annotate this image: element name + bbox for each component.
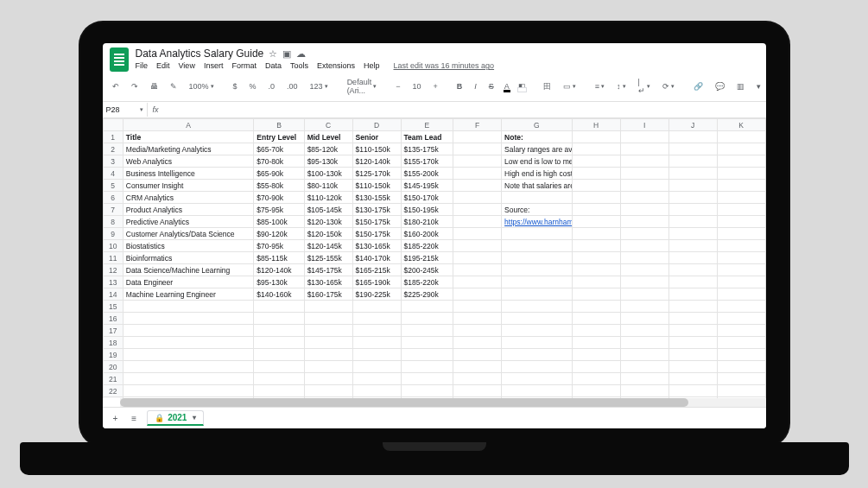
cell[interactable] (717, 216, 765, 228)
cell[interactable]: Media/Marketing Analytics (123, 143, 254, 155)
menu-edit[interactable]: Edit (156, 61, 170, 70)
cell[interactable] (620, 192, 668, 204)
cell[interactable] (668, 373, 717, 385)
cell[interactable] (123, 385, 254, 397)
cell[interactable] (502, 385, 573, 397)
row-header[interactable]: 5 (103, 180, 123, 192)
cell[interactable] (502, 313, 573, 325)
cell[interactable]: Salary ranges are averages (502, 143, 573, 155)
cell[interactable]: $110-150k (352, 143, 401, 155)
column-header[interactable]: D (352, 119, 401, 131)
cell[interactable]: Customer Analytics/Data Science (123, 228, 254, 240)
dec-decrease-button[interactable]: .0 (266, 80, 278, 92)
row-header[interactable]: 4 (103, 168, 123, 180)
cell[interactable] (668, 155, 717, 168)
text-color-button[interactable]: A (504, 82, 510, 91)
merge-button[interactable]: ▭ (561, 80, 579, 92)
cell[interactable] (502, 240, 573, 252)
cell[interactable] (572, 288, 620, 301)
cell[interactable] (304, 373, 352, 385)
menu-data[interactable]: Data (265, 61, 282, 70)
cell[interactable] (717, 143, 765, 155)
cell[interactable] (717, 301, 765, 313)
cell[interactable]: $85-100k (254, 216, 304, 228)
cell[interactable] (620, 361, 668, 373)
cell[interactable] (620, 276, 668, 288)
cell[interactable]: $120-130k (304, 216, 352, 228)
cell[interactable] (304, 385, 352, 397)
cell[interactable]: Business Intelligence (123, 168, 254, 180)
cell[interactable] (401, 349, 453, 361)
cell[interactable]: $105-145k (304, 204, 352, 216)
cell[interactable] (401, 373, 453, 385)
cell[interactable] (352, 385, 401, 397)
cell[interactable] (717, 313, 765, 325)
cell[interactable] (453, 276, 502, 288)
cell[interactable] (620, 204, 668, 216)
name-box[interactable]: P28 ▾ (103, 103, 148, 117)
cell[interactable] (717, 204, 765, 216)
row-header[interactable]: 17 (103, 325, 123, 337)
cell[interactable] (453, 192, 502, 204)
cell[interactable] (668, 288, 717, 301)
cell[interactable]: $70-80k (254, 155, 304, 168)
cell[interactable] (572, 264, 620, 276)
strike-button[interactable]: S (486, 80, 497, 92)
cell[interactable]: $165-190k (352, 276, 401, 288)
cell[interactable] (717, 361, 765, 373)
cell[interactable] (717, 385, 765, 397)
column-header[interactable]: G (502, 119, 573, 131)
cell[interactable]: Mid Level (304, 131, 352, 143)
cell[interactable] (453, 180, 502, 192)
cell[interactable]: $85-120k (304, 143, 352, 155)
cell[interactable] (668, 216, 717, 228)
horizontal-scrollbar[interactable] (120, 398, 766, 407)
cell[interactable]: $165-215k (352, 264, 401, 276)
column-header[interactable]: F (453, 119, 502, 131)
cell[interactable] (620, 228, 668, 240)
cell[interactable] (572, 168, 620, 180)
cell[interactable] (453, 313, 502, 325)
undo-button[interactable]: ↶ (110, 80, 122, 92)
cell[interactable]: $155-200k (401, 168, 453, 180)
cell[interactable] (254, 337, 304, 349)
spreadsheet-grid[interactable]: ABCDEFGHIJKLM 1TitleEntry LevelMid Level… (103, 118, 766, 398)
cell[interactable] (254, 313, 304, 325)
last-edit-link[interactable]: Last edit was 16 minutes ago (394, 61, 495, 70)
zoom-select[interactable]: 100% (187, 80, 217, 92)
cell[interactable] (453, 361, 502, 373)
cell[interactable] (572, 240, 620, 252)
cell[interactable]: $140-170k (352, 252, 401, 264)
cell[interactable]: $85-115k (254, 252, 304, 264)
cell[interactable] (572, 204, 620, 216)
cell[interactable] (304, 361, 352, 373)
chart-button[interactable]: ▥ (734, 80, 747, 92)
cell[interactable] (401, 301, 453, 313)
formula-input[interactable] (164, 102, 766, 117)
cell[interactable] (453, 349, 502, 361)
cell[interactable] (572, 180, 620, 192)
cell[interactable] (123, 313, 254, 325)
cell[interactable] (572, 373, 620, 385)
cell[interactable] (502, 228, 573, 240)
cell[interactable] (717, 373, 765, 385)
cell[interactable] (668, 337, 717, 349)
cell[interactable] (123, 337, 254, 349)
cell[interactable] (254, 385, 304, 397)
cell[interactable]: High end is high cost of living areas (l… (502, 168, 573, 180)
menu-view[interactable]: View (179, 61, 195, 70)
halign-button[interactable]: ≡ (592, 80, 607, 92)
cell[interactable] (502, 349, 573, 361)
cell[interactable] (254, 361, 304, 373)
cell[interactable]: $195-215k (401, 252, 453, 264)
cell[interactable] (620, 155, 668, 168)
cell[interactable] (717, 337, 765, 349)
cell[interactable] (572, 252, 620, 264)
add-sheet-button[interactable]: + (110, 412, 122, 425)
cell[interactable] (620, 264, 668, 276)
cell[interactable]: $180-210k (401, 216, 453, 228)
cell[interactable] (668, 361, 717, 373)
cell[interactable] (123, 349, 254, 361)
cell[interactable]: Data Engineer (123, 276, 254, 288)
cell[interactable] (123, 373, 254, 385)
